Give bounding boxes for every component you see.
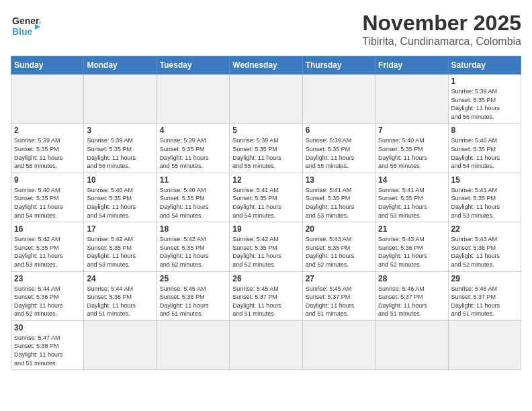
calendar-cell: 20Sunrise: 5:43 AM Sunset: 5:35 PM Dayli… xyxy=(302,222,375,271)
calendar-cell: 27Sunrise: 5:45 AM Sunset: 5:37 PM Dayli… xyxy=(302,271,375,320)
calendar-cell xyxy=(375,320,448,369)
calendar-row: 9Sunrise: 5:40 AM Sunset: 5:35 PM Daylig… xyxy=(11,173,521,222)
day-number: 11 xyxy=(160,175,226,185)
cell-text: Sunrise: 5:43 AM Sunset: 5:36 PM Dayligh… xyxy=(378,235,445,269)
cell-text: Sunrise: 5:39 AM Sunset: 5:35 PM Dayligh… xyxy=(451,87,518,121)
day-number: 26 xyxy=(232,274,299,283)
cell-text: Sunrise: 5:39 AM Sunset: 5:35 PM Dayligh… xyxy=(160,136,226,170)
calendar-cell: 30Sunrise: 5:47 AM Sunset: 5:38 PM Dayli… xyxy=(11,320,84,369)
cell-text: Sunrise: 5:44 AM Sunset: 5:36 PM Dayligh… xyxy=(14,285,81,318)
day-number: 15 xyxy=(451,175,518,185)
day-number: 22 xyxy=(451,224,518,234)
calendar-cell xyxy=(302,75,375,124)
day-number: 5 xyxy=(232,126,299,135)
calendar-cell xyxy=(157,320,229,369)
weekday-wednesday: Wednesday xyxy=(230,56,302,75)
calendar-row: 2Sunrise: 5:39 AM Sunset: 5:35 PM Daylig… xyxy=(11,124,521,173)
calendar-cell: 21Sunrise: 5:43 AM Sunset: 5:36 PM Dayli… xyxy=(375,222,448,271)
day-number: 23 xyxy=(14,274,81,283)
cell-text: Sunrise: 5:39 AM Sunset: 5:35 PM Dayligh… xyxy=(306,136,372,170)
day-number: 3 xyxy=(87,126,153,135)
cell-text: Sunrise: 5:44 AM Sunset: 5:36 PM Dayligh… xyxy=(87,285,153,318)
calendar-row: 23Sunrise: 5:44 AM Sunset: 5:36 PM Dayli… xyxy=(11,271,521,320)
day-number: 6 xyxy=(306,126,372,135)
day-number: 19 xyxy=(232,224,299,234)
calendar-cell xyxy=(230,320,302,369)
svg-text:Blue: Blue xyxy=(12,26,33,37)
calendar-cell: 15Sunrise: 5:41 AM Sunset: 5:35 PM Dayli… xyxy=(448,173,521,222)
calendar-cell xyxy=(230,75,302,124)
cell-text: Sunrise: 5:39 AM Sunset: 5:35 PM Dayligh… xyxy=(14,136,81,170)
calendar-cell: 1Sunrise: 5:39 AM Sunset: 5:35 PM Daylig… xyxy=(448,75,521,124)
cell-text: Sunrise: 5:43 AM Sunset: 5:36 PM Dayligh… xyxy=(451,235,518,269)
weekday-tuesday: Tuesday xyxy=(157,56,229,75)
cell-text: Sunrise: 5:46 AM Sunset: 5:37 PM Dayligh… xyxy=(451,285,518,318)
day-number: 8 xyxy=(451,126,518,135)
day-number: 24 xyxy=(87,274,153,283)
cell-text: Sunrise: 5:41 AM Sunset: 5:35 PM Dayligh… xyxy=(378,186,445,220)
day-number: 21 xyxy=(378,224,445,234)
calendar-cell: 12Sunrise: 5:41 AM Sunset: 5:35 PM Dayli… xyxy=(230,173,302,222)
day-number: 28 xyxy=(378,274,445,283)
cell-text: Sunrise: 5:47 AM Sunset: 5:38 PM Dayligh… xyxy=(14,334,81,367)
cell-text: Sunrise: 5:41 AM Sunset: 5:35 PM Dayligh… xyxy=(451,186,518,220)
day-number: 12 xyxy=(232,175,299,185)
day-number: 9 xyxy=(14,175,81,185)
cell-text: Sunrise: 5:40 AM Sunset: 5:35 PM Dayligh… xyxy=(378,136,445,170)
cell-text: Sunrise: 5:39 AM Sunset: 5:35 PM Dayligh… xyxy=(87,136,153,170)
day-number: 29 xyxy=(451,274,518,283)
cell-text: Sunrise: 5:42 AM Sunset: 5:35 PM Dayligh… xyxy=(14,235,81,269)
cell-text: Sunrise: 5:42 AM Sunset: 5:35 PM Dayligh… xyxy=(232,235,299,269)
page-header: General Blue November 2025 Tibirita, Cun… xyxy=(11,11,521,48)
day-number: 17 xyxy=(87,224,153,234)
calendar-cell: 23Sunrise: 5:44 AM Sunset: 5:36 PM Dayli… xyxy=(11,271,84,320)
calendar-cell xyxy=(84,75,157,124)
weekday-header-row: SundayMondayTuesdayWednesdayThursdayFrid… xyxy=(11,56,521,75)
cell-text: Sunrise: 5:45 AM Sunset: 5:36 PM Dayligh… xyxy=(160,285,226,318)
calendar-cell: 29Sunrise: 5:46 AM Sunset: 5:37 PM Dayli… xyxy=(448,271,521,320)
cell-text: Sunrise: 5:41 AM Sunset: 5:35 PM Dayligh… xyxy=(232,186,299,220)
day-number: 27 xyxy=(306,274,372,283)
cell-text: Sunrise: 5:42 AM Sunset: 5:35 PM Dayligh… xyxy=(160,235,226,269)
calendar-cell: 9Sunrise: 5:40 AM Sunset: 5:35 PM Daylig… xyxy=(11,173,84,222)
calendar-cell: 7Sunrise: 5:40 AM Sunset: 5:35 PM Daylig… xyxy=(375,124,448,173)
weekday-saturday: Saturday xyxy=(448,56,521,75)
cell-text: Sunrise: 5:41 AM Sunset: 5:35 PM Dayligh… xyxy=(306,186,372,220)
calendar-cell: 19Sunrise: 5:42 AM Sunset: 5:35 PM Dayli… xyxy=(230,222,302,271)
calendar-cell: 8Sunrise: 5:40 AM Sunset: 5:35 PM Daylig… xyxy=(448,124,521,173)
day-number: 20 xyxy=(306,224,372,234)
calendar-cell xyxy=(11,75,84,124)
calendar-cell: 10Sunrise: 5:40 AM Sunset: 5:35 PM Dayli… xyxy=(84,173,157,222)
cell-text: Sunrise: 5:40 AM Sunset: 5:35 PM Dayligh… xyxy=(160,186,226,220)
day-number: 25 xyxy=(160,274,226,283)
day-number: 10 xyxy=(87,175,153,185)
calendar-cell: 22Sunrise: 5:43 AM Sunset: 5:36 PM Dayli… xyxy=(448,222,521,271)
calendar-cell: 18Sunrise: 5:42 AM Sunset: 5:35 PM Dayli… xyxy=(157,222,229,271)
weekday-monday: Monday xyxy=(84,56,157,75)
calendar-cell: 16Sunrise: 5:42 AM Sunset: 5:35 PM Dayli… xyxy=(11,222,84,271)
calendar-cell: 28Sunrise: 5:46 AM Sunset: 5:37 PM Dayli… xyxy=(375,271,448,320)
calendar-cell xyxy=(448,320,521,369)
calendar-row: 1Sunrise: 5:39 AM Sunset: 5:35 PM Daylig… xyxy=(11,75,521,124)
day-number: 13 xyxy=(306,175,372,185)
calendar-cell: 2Sunrise: 5:39 AM Sunset: 5:35 PM Daylig… xyxy=(11,124,84,173)
day-number: 14 xyxy=(378,175,445,185)
day-number: 18 xyxy=(160,224,226,234)
calendar-cell: 13Sunrise: 5:41 AM Sunset: 5:35 PM Dayli… xyxy=(302,173,375,222)
svg-text:General: General xyxy=(12,15,40,26)
calendar-cell xyxy=(302,320,375,369)
calendar-cell: 14Sunrise: 5:41 AM Sunset: 5:35 PM Dayli… xyxy=(375,173,448,222)
cell-text: Sunrise: 5:45 AM Sunset: 5:37 PM Dayligh… xyxy=(306,285,372,318)
cell-text: Sunrise: 5:40 AM Sunset: 5:35 PM Dayligh… xyxy=(87,186,153,220)
location-title: Tibirita, Cundinamarca, Colombia xyxy=(362,36,521,48)
month-title: November 2025 xyxy=(362,11,521,36)
title-block: November 2025 Tibirita, Cundinamarca, Co… xyxy=(362,11,521,48)
calendar-table: SundayMondayTuesdayWednesdayThursdayFrid… xyxy=(11,56,521,370)
cell-text: Sunrise: 5:46 AM Sunset: 5:37 PM Dayligh… xyxy=(378,285,445,318)
day-number: 16 xyxy=(14,224,81,234)
day-number: 4 xyxy=(160,126,226,135)
day-number: 30 xyxy=(14,323,81,332)
cell-text: Sunrise: 5:39 AM Sunset: 5:35 PM Dayligh… xyxy=(232,136,299,170)
weekday-friday: Friday xyxy=(375,56,448,75)
calendar-cell: 24Sunrise: 5:44 AM Sunset: 5:36 PM Dayli… xyxy=(84,271,157,320)
